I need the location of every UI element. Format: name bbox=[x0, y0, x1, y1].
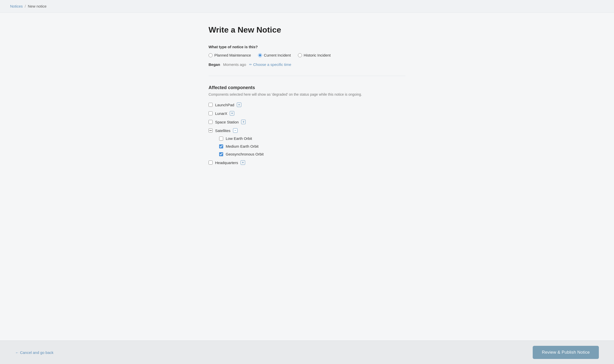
radio-group: Planned Maintenance Current Incident His… bbox=[209, 53, 405, 57]
choose-time-text: Choose a specific time bbox=[253, 62, 291, 67]
began-time: Moments ago bbox=[223, 62, 246, 67]
leo-label: Low Earth Orbit bbox=[226, 136, 252, 141]
radio-historic-label: Historic Incident bbox=[304, 53, 331, 57]
page-title: Write a New Notice bbox=[209, 25, 405, 35]
checkbox-space-station[interactable] bbox=[209, 120, 213, 124]
component-space-station: Space Station + bbox=[209, 120, 405, 124]
subcomponent-meo: Medium Earth Orbit bbox=[219, 144, 405, 148]
breadcrumb-current: New notice bbox=[28, 4, 46, 8]
review-publish-button[interactable]: Review & Publish Notice bbox=[533, 346, 599, 359]
main-content: Write a New Notice What type of notice i… bbox=[193, 13, 421, 214]
notice-type-section: What type of notice is this? Planned Mai… bbox=[209, 45, 405, 67]
radio-planned-maintenance[interactable]: Planned Maintenance bbox=[209, 53, 251, 57]
checkbox-meo[interactable] bbox=[219, 144, 223, 148]
notice-type-question: What type of notice is this? bbox=[209, 45, 405, 49]
cancel-link[interactable]: ← Cancel and go back bbox=[15, 350, 54, 355]
space-station-label: Space Station bbox=[215, 120, 239, 124]
top-bar: Notices / New notice bbox=[0, 0, 614, 13]
headquarters-expand-icon[interactable]: + bbox=[241, 160, 245, 165]
breadcrumb: Notices / New notice bbox=[10, 4, 604, 8]
component-list: LaunchPad + LunarX + Space Station + Sat… bbox=[209, 102, 405, 165]
radio-planned-input[interactable] bbox=[209, 53, 213, 57]
affected-components-section: Affected components Components selected … bbox=[209, 85, 405, 165]
divider bbox=[209, 76, 405, 76]
radio-planned-label: Planned Maintenance bbox=[214, 53, 251, 57]
geo-label: Geosynchronous Orbit bbox=[226, 152, 264, 156]
affected-description: Components selected here will show as 'd… bbox=[209, 92, 405, 96]
component-launchpad: LaunchPad + bbox=[209, 102, 405, 107]
radio-historic-incident[interactable]: Historic Incident bbox=[298, 53, 331, 57]
radio-current-input[interactable] bbox=[258, 53, 262, 57]
began-label: Began bbox=[209, 62, 220, 67]
affected-title: Affected components bbox=[209, 85, 405, 90]
lunarx-expand-icon[interactable]: + bbox=[230, 111, 234, 116]
component-headquarters: Headquarters + bbox=[209, 160, 405, 165]
checkbox-satellites[interactable] bbox=[209, 128, 213, 133]
component-satellites-group: Satellites − Low Earth Orbit Medium Eart… bbox=[209, 128, 405, 156]
launchpad-label: LaunchPad bbox=[215, 103, 234, 107]
checkbox-leo[interactable] bbox=[219, 137, 223, 141]
checkbox-headquarters[interactable] bbox=[209, 161, 213, 165]
footer-bar: ← Cancel and go back Review & Publish No… bbox=[0, 341, 614, 364]
component-satellites: Satellites − bbox=[209, 128, 405, 133]
space-station-expand-icon[interactable]: + bbox=[241, 120, 246, 124]
radio-current-incident[interactable]: Current Incident bbox=[258, 53, 291, 57]
checkbox-lunarx[interactable] bbox=[209, 111, 213, 115]
headquarters-label: Headquarters bbox=[215, 161, 238, 165]
subcomponent-list: Low Earth Orbit Medium Earth Orbit Geosy… bbox=[219, 136, 405, 156]
meo-label: Medium Earth Orbit bbox=[226, 144, 259, 148]
radio-historic-input[interactable] bbox=[298, 53, 302, 57]
began-row: Began Moments ago ✏ Choose a specific ti… bbox=[209, 62, 405, 67]
subcomponent-leo: Low Earth Orbit bbox=[219, 136, 405, 141]
component-lunarx: LunarX + bbox=[209, 111, 405, 116]
breadcrumb-separator: / bbox=[25, 4, 26, 8]
pencil-icon: ✏ bbox=[249, 63, 252, 66]
choose-specific-time-link[interactable]: ✏ Choose a specific time bbox=[249, 62, 291, 67]
satellites-label: Satellites bbox=[215, 128, 231, 133]
checkbox-geo[interactable] bbox=[219, 152, 223, 156]
checkbox-launchpad[interactable] bbox=[209, 103, 213, 107]
subcomponent-geo: Geosynchronous Orbit bbox=[219, 152, 405, 156]
radio-current-label: Current Incident bbox=[264, 53, 291, 57]
launchpad-expand-icon[interactable]: + bbox=[237, 102, 241, 107]
breadcrumb-notices-link[interactable]: Notices bbox=[10, 4, 23, 8]
satellites-collapse-icon[interactable]: − bbox=[233, 128, 238, 133]
lunarx-label: LunarX bbox=[215, 111, 227, 116]
